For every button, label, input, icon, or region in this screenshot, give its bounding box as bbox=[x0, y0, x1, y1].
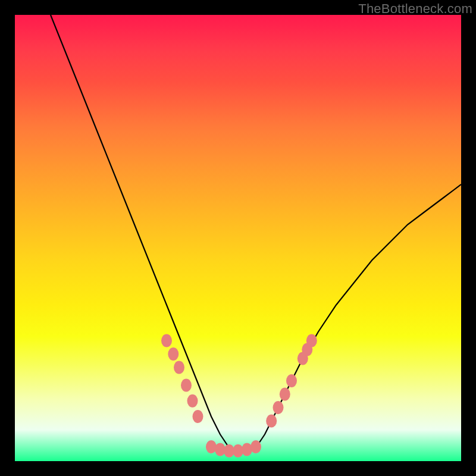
curve-marker bbox=[273, 401, 284, 414]
chart-svg bbox=[15, 15, 461, 461]
curve-marker bbox=[168, 347, 178, 361]
curve-marker bbox=[206, 440, 217, 453]
curve-marker bbox=[193, 410, 203, 423]
curve-marker bbox=[266, 415, 277, 428]
curve-marker bbox=[181, 379, 192, 392]
chart-frame: TheBottleneck.com bbox=[0, 0, 476, 476]
curve-marker bbox=[161, 334, 172, 347]
bottleneck-curve bbox=[51, 15, 461, 452]
curve-marker bbox=[250, 440, 261, 453]
curve-marker bbox=[280, 388, 290, 401]
plot-area bbox=[15, 15, 461, 461]
watermark-text: TheBottleneck.com bbox=[358, 1, 472, 17]
curve-marker bbox=[286, 374, 297, 387]
curve-marker bbox=[174, 361, 184, 374]
curve-marker bbox=[306, 334, 317, 347]
marker-group bbox=[161, 334, 317, 458]
curve-marker bbox=[187, 394, 198, 408]
curve-marker bbox=[242, 443, 252, 456]
